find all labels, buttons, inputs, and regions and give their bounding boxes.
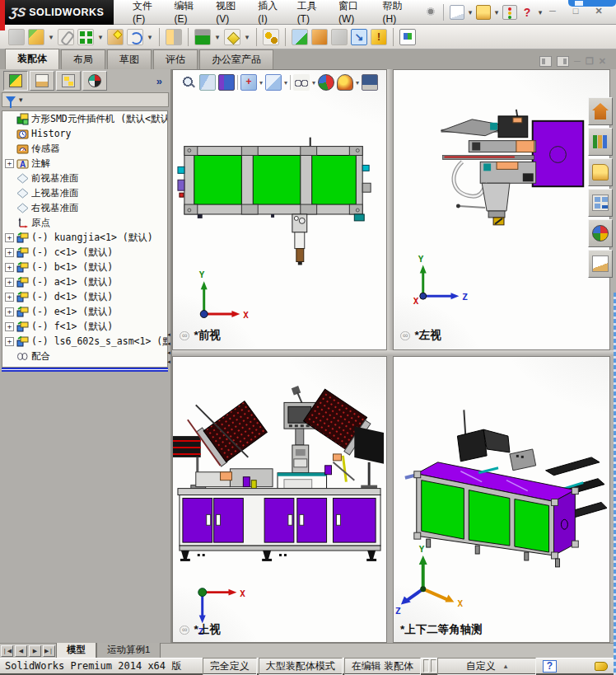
- new-motion-study-icon[interactable]: [263, 29, 279, 45]
- menu-item[interactable]: 插入(I): [250, 0, 287, 27]
- tree-item[interactable]: 上视基准面: [2, 185, 167, 200]
- tree-item[interactable]: +A注解: [2, 156, 167, 171]
- minimize-button[interactable]: ─: [544, 5, 562, 19]
- help-dropdown-icon[interactable]: ▾: [537, 8, 544, 16]
- pane-right-icon[interactable]: [557, 56, 569, 67]
- status-help-icon[interactable]: ?: [543, 660, 557, 673]
- panel-tab-displaymanager[interactable]: [82, 71, 107, 91]
- command-tab[interactable]: 装配体: [5, 49, 59, 69]
- menu-item[interactable]: 帮助(H): [376, 0, 416, 27]
- viewport-left[interactable]: Y Z X *左视: [393, 69, 610, 350]
- view-orientation-dropdown-icon[interactable]: ▾: [284, 79, 287, 87]
- viewport-iso[interactable]: Y X Z *上下二等角轴测: [393, 356, 610, 643]
- rollback-bar[interactable]: [2, 368, 168, 372]
- tree-item[interactable]: +(-) ls6_602s_s_asm<1> (默认: [2, 334, 167, 349]
- section-view-icon[interactable]: [240, 74, 257, 91]
- tree-item[interactable]: +(-) kuangjia<1> (默认): [2, 230, 167, 245]
- assembly-features-icon[interactable]: [194, 29, 211, 45]
- show-hidden-components-icon[interactable]: [166, 29, 182, 45]
- expand-icon[interactable]: +: [5, 322, 14, 331]
- menu-item[interactable]: 视图(V): [208, 0, 249, 27]
- component-pattern-icon[interactable]: [77, 29, 94, 45]
- panel-tab-configurationmanager[interactable]: [56, 71, 81, 91]
- make-assembly-dropdown-icon[interactable]: ▾: [48, 33, 54, 41]
- open-top-icon[interactable]: [476, 5, 491, 20]
- screen-capture-icon[interactable]: [399, 29, 416, 45]
- taskpane-custom-properties-button[interactable]: [588, 250, 613, 278]
- tree-item[interactable]: +(-) a<1> (默认): [2, 274, 167, 289]
- interference-detection-icon[interactable]: [371, 29, 387, 45]
- document-minimize-icon[interactable]: ─: [574, 56, 581, 67]
- command-tab[interactable]: 办公室产品: [199, 49, 273, 69]
- menu-item[interactable]: 文件(F): [125, 0, 165, 27]
- open-dropdown-icon[interactable]: ▾: [493, 8, 500, 16]
- command-tab[interactable]: 评估: [153, 49, 198, 69]
- tree-item[interactable]: +(-) f<1> (默认): [2, 319, 167, 334]
- tree-item[interactable]: +(-) c<1> (默认): [2, 245, 167, 260]
- edit-appearance-icon[interactable]: [318, 74, 334, 91]
- command-tab[interactable]: 布局: [61, 49, 105, 69]
- taskpane-appearances-button[interactable]: [588, 219, 613, 247]
- expand-icon[interactable]: +: [5, 278, 14, 287]
- expand-icon[interactable]: +: [5, 248, 14, 257]
- reference-geometry-dropdown-icon[interactable]: ▾: [244, 33, 250, 41]
- tree-item[interactable]: 方形SMD元件插件机 (默认<默认.: [2, 111, 167, 126]
- taskpane-home-button[interactable]: [588, 97, 613, 125]
- tree-item[interactable]: 原点: [2, 215, 167, 230]
- tab-motion-study[interactable]: 运动算例1: [96, 642, 161, 658]
- maximize-button[interactable]: □: [567, 5, 585, 19]
- display-style-dropdown-icon[interactable]: ▾: [312, 79, 315, 87]
- view-settings-icon[interactable]: [362, 74, 378, 91]
- display-style-icon[interactable]: [293, 74, 310, 91]
- zoom-area-icon[interactable]: [199, 74, 216, 91]
- tree-item[interactable]: 传感器: [2, 141, 167, 156]
- tree-item[interactable]: 前视基准面: [2, 171, 167, 185]
- tree-item[interactable]: History: [2, 126, 167, 141]
- previous-view-icon[interactable]: [218, 74, 235, 91]
- exploded-view-icon[interactable]: [292, 29, 308, 45]
- view-orientation-icon[interactable]: [265, 74, 282, 91]
- panel-flyout-arrows[interactable]: ◂◂◂◂: [166, 330, 172, 366]
- tree-item[interactable]: 右视基准面: [2, 200, 167, 215]
- viewport-splitter-horizontal[interactable]: [172, 350, 616, 356]
- document-restore-icon[interactable]: ❐: [586, 56, 594, 67]
- tree-item[interactable]: +(-) e<1> (默认): [2, 304, 167, 319]
- panel-overflow-button[interactable]: »: [156, 75, 167, 87]
- taskpane-design-library-button[interactable]: [588, 128, 613, 156]
- large-design-review-icon[interactable]: [351, 29, 367, 45]
- tag-icon[interactable]: [595, 662, 608, 671]
- close-button[interactable]: ✕: [590, 5, 608, 19]
- instant-3d-icon[interactable]: [311, 29, 328, 45]
- tree-item[interactable]: 配合: [2, 349, 167, 363]
- command-tab[interactable]: 草图: [107, 49, 152, 69]
- menu-item[interactable]: 编辑(E): [166, 0, 207, 27]
- help-icon[interactable]: ?: [520, 5, 534, 20]
- apply-scene-icon[interactable]: [337, 74, 353, 91]
- viewport-top[interactable]: X Z *上视: [172, 356, 387, 643]
- filter-funnel-icon[interactable]: [6, 96, 16, 103]
- make-assembly-icon[interactable]: [28, 29, 44, 45]
- viewport-splitter-vertical[interactable]: [387, 69, 393, 350]
- nav-last-button[interactable]: ▶❘: [43, 645, 55, 657]
- tab-model[interactable]: 模型: [56, 642, 96, 658]
- attach-clip-icon[interactable]: [58, 29, 74, 45]
- menu-item[interactable]: 窗口(W): [331, 0, 374, 27]
- component-pattern-dropdown-icon[interactable]: ▾: [97, 33, 104, 41]
- nav-prev-button[interactable]: ◀: [15, 645, 27, 657]
- panel-tab-featuremanager[interactable]: [3, 71, 28, 91]
- expand-icon[interactable]: +: [5, 263, 14, 272]
- panel-tab-propertymanager[interactable]: [30, 71, 54, 91]
- move-component-icon[interactable]: [127, 29, 143, 45]
- expand-icon[interactable]: +: [5, 337, 14, 346]
- expand-icon[interactable]: +: [5, 233, 14, 242]
- assembly-features-dropdown-icon[interactable]: ▾: [214, 33, 221, 41]
- traffic-light-icon[interactable]: [502, 5, 517, 20]
- pane-left-icon[interactable]: [539, 56, 552, 67]
- smart-fasteners-icon[interactable]: [107, 29, 124, 45]
- menu-item[interactable]: 工具(T): [290, 0, 329, 27]
- new-document-icon[interactable]: [450, 5, 464, 20]
- filter-dropdown-icon[interactable]: ▾: [19, 96, 23, 104]
- taskpane-file-explorer-button[interactable]: [588, 158, 613, 186]
- custom-status[interactable]: 自定义 ▴: [437, 658, 536, 675]
- taskpane-view-palette-button[interactable]: [588, 189, 613, 217]
